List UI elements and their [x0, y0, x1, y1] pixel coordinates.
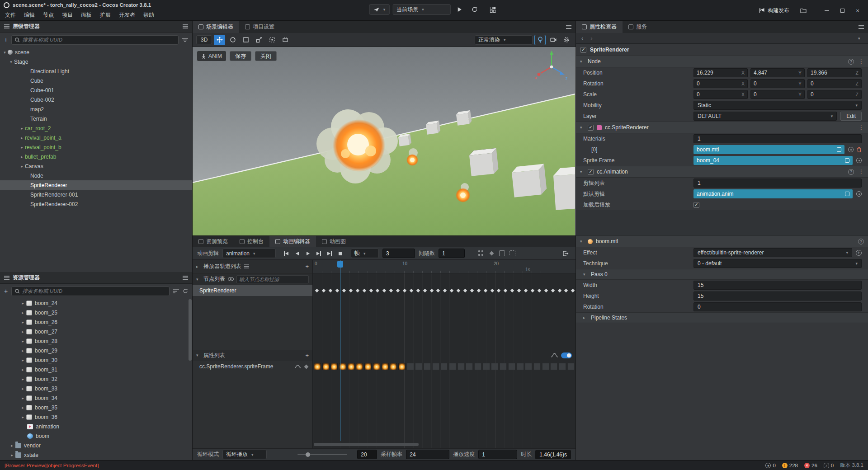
asset-expand-arrow[interactable]: ▸	[20, 348, 26, 353]
keyframe-diamond[interactable]	[415, 289, 421, 292]
clip-select[interactable]: animation	[222, 249, 276, 258]
layer-select[interactable]: DEFAULT	[693, 112, 837, 121]
node-list-header[interactable]: ▾ 节点列表	[193, 273, 312, 285]
scene-gear-button[interactable]	[561, 35, 572, 45]
section-menu-icon[interactable]: ⋮	[859, 169, 864, 175]
spriteframe-keyframe-thumb[interactable]	[424, 363, 431, 370]
rect-tool-button[interactable]	[240, 35, 251, 45]
keyframe-diamond[interactable]	[529, 289, 536, 292]
keyframe-diamond[interactable]	[361, 289, 368, 292]
timeline-zoom-slider[interactable]	[297, 454, 348, 455]
help-icon[interactable]: ?	[848, 59, 854, 65]
spriteframe-keyframe-thumb[interactable]	[432, 363, 439, 370]
keyframe-diamond[interactable]	[388, 289, 395, 292]
assets-scrollbar[interactable]	[189, 299, 192, 361]
asset-row[interactable]: ▸ boom_28	[0, 336, 192, 346]
menu-item[interactable]: 扩展	[96, 10, 115, 20]
bottom-panel-tab[interactable]: 动画编辑器	[269, 236, 316, 247]
spriteframe-keyframe-thumb[interactable]	[373, 363, 380, 370]
keyframe-diamond[interactable]	[462, 289, 469, 292]
z-field[interactable]: 19.366Z	[807, 68, 862, 77]
clips-count-field[interactable]: 1	[693, 179, 862, 188]
y-field[interactable]: 4.847Y	[750, 68, 805, 77]
close-button[interactable]: ×	[851, 5, 864, 16]
keyframe-diamond[interactable]	[395, 289, 401, 292]
property-list-header[interactable]: ▾ 属性列表 +	[193, 350, 312, 361]
keyframe-diamond[interactable]	[570, 289, 576, 292]
spriteframe-keyframe-thumb[interactable]	[407, 363, 414, 370]
keyframe-diamond[interactable]	[347, 289, 354, 292]
tree-row[interactable]: Node	[0, 171, 192, 180]
keyframe-diamond[interactable]	[381, 289, 388, 292]
material-asset-field[interactable]: boom.mtl	[693, 145, 844, 154]
tree-row[interactable]: Cube	[0, 76, 192, 85]
asset-row[interactable]: ▸ boom_29	[0, 346, 192, 355]
tree-expand-arrow[interactable]: ▸	[19, 136, 25, 140]
panel-menu-icon[interactable]	[183, 24, 188, 28]
component-enabled-checkbox[interactable]	[588, 125, 594, 131]
status-message[interactable]: [Browser Preview][object ProgressEvent]	[5, 463, 99, 468]
node-section-header[interactable]: ▾ Node ? ⋮	[576, 56, 868, 67]
keyframe-diamond[interactable]	[475, 289, 482, 292]
x-field[interactable]: 16.229X	[693, 68, 748, 77]
pipeline-states-header[interactable]: ▸ Pipeline States	[576, 312, 868, 323]
refresh-button[interactable]	[468, 4, 480, 15]
bottom-panel-tab[interactable]: 控制台	[234, 236, 269, 247]
player-track-list-header[interactable]: ▸ 播放器轨道列表 +	[193, 260, 312, 273]
frame-forward-button[interactable]	[314, 249, 324, 258]
curve-view-icon[interactable]	[551, 353, 558, 357]
default-clip-asset-field[interactable]: animation.anim	[693, 189, 853, 198]
maximize-button[interactable]	[835, 5, 849, 16]
asset-expand-arrow[interactable]: ▸	[20, 377, 26, 381]
play-on-load-checkbox[interactable]	[693, 202, 699, 208]
keyframe-diamond[interactable]	[428, 289, 435, 292]
section-menu-icon[interactable]: ⋮	[859, 124, 864, 131]
panel-menu-icon[interactable]	[183, 276, 188, 280]
spriteframe-keyframe-thumb[interactable]	[542, 363, 549, 370]
snap-tool-button[interactable]	[279, 35, 291, 45]
spriteframe-keyframe-thumb[interactable]	[330, 363, 338, 370]
spriteframe-keyframe-thumb[interactable]	[390, 363, 397, 370]
tree-row[interactable]: SpriteRenderer	[0, 180, 192, 190]
tree-expand-arrow[interactable]: ▸	[19, 155, 25, 159]
effect-select[interactable]: effect/builtin-sprite-renderer	[693, 248, 852, 257]
tree-expand-arrow[interactable]: ▸	[19, 164, 25, 169]
x-field[interactable]: 0X	[693, 79, 748, 88]
add-keyframe-icon[interactable]	[489, 250, 495, 256]
bottom-panel-tab[interactable]: 动画图	[316, 236, 352, 247]
spriteframe-keyframe-thumb[interactable]	[500, 363, 507, 370]
menu-item[interactable]: 面板	[77, 10, 96, 20]
spriteframe-keyframe-thumb[interactable]	[474, 363, 481, 370]
spriteframe-keyframe-thumb[interactable]	[491, 363, 498, 370]
asset-row[interactable]: ▸ boom_36	[0, 412, 192, 422]
spriteframe-keyframe-thumb[interactable]	[440, 363, 448, 370]
speed-input[interactable]	[478, 450, 517, 459]
curve-icon[interactable]	[295, 365, 301, 368]
minimize-button[interactable]	[820, 5, 834, 16]
interval-input[interactable]	[439, 249, 465, 258]
tree-row[interactable]: ▸ car_root_2	[0, 123, 192, 133]
keyframe-diamond[interactable]	[482, 289, 489, 292]
stop-button[interactable]	[335, 249, 345, 258]
preview-target-select[interactable]	[369, 4, 390, 15]
frame-unit-select[interactable]: 帧	[351, 249, 379, 258]
lighting-toggle-button[interactable]	[534, 35, 546, 45]
assets-search[interactable]	[11, 287, 170, 296]
keyframe-diamond[interactable]	[489, 289, 495, 292]
inspector-tab[interactable]: 服务	[623, 21, 653, 33]
layout-grid-button[interactable]	[487, 4, 499, 15]
technique-select[interactable]: 0 - default	[693, 259, 862, 268]
scene-panel-menu-icon[interactable]	[562, 21, 576, 33]
keyframe-diamond[interactable]	[549, 289, 556, 292]
tree-row[interactable]: ▾ Stage	[0, 57, 192, 66]
asset-row[interactable]: ▸ boom_33	[0, 384, 192, 393]
keyframe-diamond[interactable]	[421, 289, 428, 292]
help-icon[interactable]: ?	[858, 239, 864, 244]
spriteframe-keyframe-thumb[interactable]	[508, 363, 515, 370]
keyframe-diamond[interactable]	[354, 289, 361, 292]
move-tool-button[interactable]	[214, 35, 225, 45]
assets-refresh-icon[interactable]	[183, 288, 188, 294]
end-frame-input[interactable]	[357, 450, 377, 459]
asset-row[interactable]: ▸ boom_34	[0, 393, 192, 403]
asset-expand-arrow[interactable]: ▸	[9, 443, 15, 448]
